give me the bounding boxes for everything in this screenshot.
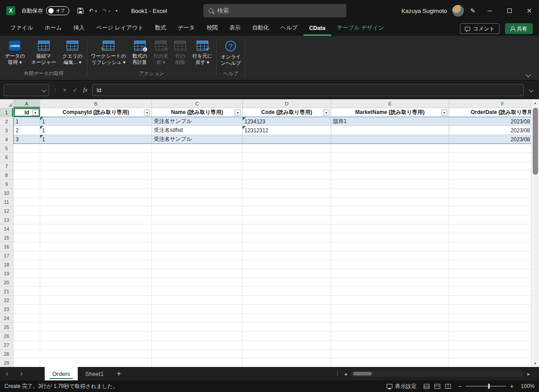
empty-cell[interactable] — [40, 171, 152, 180]
filter-button[interactable]: ▾ — [235, 110, 241, 116]
data-cell[interactable]: 1 — [40, 135, 152, 144]
share-button[interactable]: 共有 — [505, 23, 533, 34]
column-header-A[interactable]: A — [13, 99, 40, 108]
empty-cell[interactable] — [40, 358, 152, 367]
row-header-19[interactable]: 19 — [0, 269, 13, 278]
empty-cell[interactable] — [13, 269, 40, 278]
tab-table-design[interactable]: テーブル デザイン — [331, 21, 390, 36]
update-rows-button[interactable]: ↻ 行の更 新 ▾ — [150, 39, 171, 67]
row-header-14[interactable]: 14 — [0, 224, 13, 233]
formula-input[interactable]: Id — [92, 84, 524, 96]
empty-cell[interactable] — [152, 215, 243, 224]
empty-cell[interactable] — [331, 198, 449, 207]
empty-cell[interactable] — [243, 189, 331, 198]
empty-cell[interactable] — [243, 233, 331, 242]
formula-bar-expand-icon[interactable] — [529, 88, 534, 92]
redo-button[interactable]: ↷ ▾ — [102, 8, 110, 14]
autosave-toggle[interactable]: オフ — [46, 6, 69, 15]
data-cell[interactable]: 12312312 — [243, 126, 331, 135]
row-header-6[interactable]: 6 — [0, 153, 13, 162]
column-header-F[interactable]: F — [449, 99, 539, 108]
tab-cdata[interactable]: CData — [303, 21, 331, 36]
connection-manager-button[interactable]: 接続マ ネージャー — [28, 39, 59, 67]
empty-cell[interactable] — [449, 314, 539, 323]
empty-cell[interactable] — [243, 358, 331, 367]
empty-cell[interactable] — [13, 207, 40, 215]
tab-home[interactable]: ホーム — [39, 21, 67, 36]
empty-cell[interactable] — [331, 144, 449, 153]
empty-cell[interactable] — [243, 215, 331, 224]
formula-bar-drag-handle[interactable]: ⋮ — [52, 87, 58, 93]
empty-cell[interactable] — [243, 144, 331, 153]
empty-cell[interactable] — [449, 198, 539, 207]
row-header-29[interactable]: 29 — [0, 358, 13, 367]
empty-cell[interactable] — [40, 215, 152, 224]
empty-cell[interactable] — [449, 180, 539, 189]
empty-cell[interactable] — [152, 350, 243, 358]
empty-cell[interactable] — [40, 323, 152, 332]
empty-cell[interactable] — [13, 314, 40, 323]
empty-cell[interactable] — [449, 215, 539, 224]
empty-cell[interactable] — [13, 162, 40, 171]
column-header-C[interactable]: C — [152, 99, 243, 108]
recalculate-formulas-button[interactable]: x 数式の 再計算 — [129, 39, 150, 67]
empty-cell[interactable] — [13, 341, 40, 350]
empty-cell[interactable] — [331, 215, 449, 224]
data-cell[interactable]: 1 — [40, 126, 152, 135]
data-cell[interactable]: 販路1 — [331, 117, 449, 126]
zoom-level[interactable]: 100% — [521, 383, 535, 389]
revert-rows-button[interactable]: ↶ 行を元に 戻す ▾ — [189, 39, 215, 67]
empty-cell[interactable] — [13, 180, 40, 189]
row-header-22[interactable]: 22 — [0, 296, 13, 305]
empty-cell[interactable] — [152, 171, 243, 180]
empty-cell[interactable] — [40, 144, 152, 153]
empty-cell[interactable] — [152, 198, 243, 207]
empty-cell[interactable] — [331, 314, 449, 323]
empty-cell[interactable] — [152, 207, 243, 215]
data-cell[interactable]: 1 — [40, 117, 152, 126]
scroll-down-icon[interactable]: ▼ — [531, 360, 539, 367]
empty-cell[interactable] — [449, 287, 539, 296]
empty-cell[interactable] — [331, 278, 449, 287]
empty-cell[interactable] — [331, 233, 449, 242]
empty-cell[interactable] — [243, 251, 331, 260]
row-header-17[interactable]: 17 — [0, 251, 13, 260]
empty-cell[interactable] — [449, 350, 539, 358]
filter-button[interactable]: ▾ — [32, 110, 38, 116]
row-header-5[interactable]: 5 — [0, 144, 13, 153]
empty-cell[interactable] — [152, 260, 243, 269]
get-data-button[interactable]: cdata データの 取得 ▾ — [2, 39, 28, 67]
empty-cell[interactable] — [152, 224, 243, 233]
empty-cell[interactable] — [40, 162, 152, 171]
empty-cell[interactable] — [243, 314, 331, 323]
data-cell[interactable]: 受注名サンプル — [152, 117, 243, 126]
empty-cell[interactable] — [449, 296, 539, 305]
empty-cell[interactable] — [40, 242, 152, 251]
empty-cell[interactable] — [13, 153, 40, 162]
avatar[interactable] — [452, 5, 464, 17]
empty-cell[interactable] — [152, 144, 243, 153]
normal-view-icon[interactable] — [424, 384, 430, 389]
save-icon[interactable] — [77, 8, 84, 14]
empty-cell[interactable] — [331, 242, 449, 251]
zoom-in-icon[interactable]: + — [510, 383, 514, 390]
empty-cell[interactable] — [13, 198, 40, 207]
empty-cell[interactable] — [152, 242, 243, 251]
empty-cell[interactable] — [331, 189, 449, 198]
empty-cell[interactable] — [449, 207, 539, 215]
empty-cell[interactable] — [243, 278, 331, 287]
empty-cell[interactable] — [449, 233, 539, 242]
empty-cell[interactable] — [449, 305, 539, 314]
cancel-icon[interactable]: × — [61, 87, 68, 93]
empty-cell[interactable] — [331, 180, 449, 189]
empty-cell[interactable] — [40, 296, 152, 305]
data-cell[interactable]: 1 — [13, 117, 40, 126]
row-header-18[interactable]: 18 — [0, 260, 13, 269]
empty-cell[interactable] — [449, 251, 539, 260]
empty-cell[interactable] — [13, 233, 40, 242]
row-header-3[interactable]: 3 — [0, 126, 13, 135]
empty-cell[interactable] — [152, 314, 243, 323]
empty-cell[interactable] — [152, 153, 243, 162]
empty-cell[interactable] — [152, 341, 243, 350]
column-header-B[interactable]: B — [40, 99, 152, 108]
